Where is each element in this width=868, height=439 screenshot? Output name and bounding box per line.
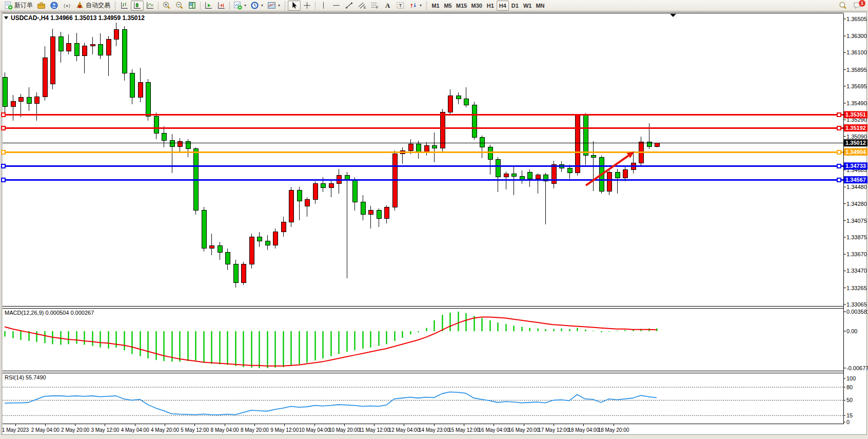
time-axis-label: 8 May 20:00 [241, 427, 269, 433]
candle [472, 105, 477, 137]
candle [536, 175, 540, 179]
timeframe-m1-button[interactable]: M1 [429, 1, 442, 11]
text-button[interactable]: A [381, 1, 394, 11]
chart-title: USDCAD-,H4 1.34966 1.35013 1.34959 1.350… [4, 14, 145, 22]
time-axis-label: 5 May 12:00 [181, 427, 209, 433]
chart-canvas[interactable]: 1.365051.363001.361001.358951.356951.354… [0, 0, 868, 439]
svg-text:1.33670: 1.33670 [846, 251, 867, 257]
svg-text:1.34480: 1.34480 [846, 184, 867, 190]
candle [11, 102, 15, 107]
timeframe-m15-button[interactable]: M15 [454, 1, 469, 11]
newchart-icon [233, 1, 242, 10]
equidistant-channel-button[interactable]: E [356, 1, 368, 11]
navigator-button[interactable] [48, 1, 61, 11]
time-axis-label: 4 May 20:00 [151, 427, 179, 433]
candle [615, 172, 620, 178]
text-label-button[interactable]: T [394, 1, 407, 11]
arrows-button[interactable]: ▾ [407, 1, 424, 11]
zoomout-icon [175, 1, 184, 10]
time-axis-label: 10 May 20:00 [329, 427, 360, 433]
candle [305, 199, 309, 206]
timeframe-mn-button[interactable]: MN [534, 1, 546, 11]
timeframe-m5-button[interactable]: M5 [442, 1, 454, 11]
signals-button[interactable] [61, 1, 73, 11]
market-watch-button[interactable] [35, 1, 48, 11]
candle [504, 174, 508, 177]
toolbar-separator [200, 2, 201, 10]
candle [488, 147, 492, 160]
hline-icon [332, 1, 341, 10]
time-axis-label: 2 May 04:00 [31, 427, 60, 433]
fibo-icon: F [370, 1, 379, 10]
vline-icon [319, 1, 328, 10]
candle [3, 78, 7, 107]
svg-text:1.34280: 1.34280 [846, 201, 867, 207]
new-chart-button[interactable]: ▾ [231, 1, 248, 11]
zoom-in-button[interactable] [160, 1, 173, 11]
zoomin-icon [162, 1, 171, 10]
time-axis-label: 2 May 20:00 [61, 427, 89, 433]
fibonacci-button[interactable]: F [368, 1, 381, 11]
crosshair-button[interactable] [301, 1, 313, 11]
svg-text:1.35012: 1.35012 [845, 140, 866, 146]
candle [432, 145, 437, 148]
chart-shift-button[interactable] [215, 1, 228, 11]
trendline-button[interactable] [343, 1, 356, 11]
vertical-line-button[interactable] [317, 1, 330, 11]
new-order-button-label: 新订单 [14, 1, 33, 10]
candle [448, 96, 452, 112]
periods-button[interactable]: ▾ [248, 1, 265, 11]
horizontal-line-button[interactable] [330, 1, 343, 11]
svg-text:1.36505: 1.36505 [846, 16, 867, 22]
candle [361, 202, 365, 214]
svg-text:1.34567: 1.34567 [845, 177, 866, 183]
line-chart-button[interactable] [144, 1, 156, 11]
candlestick-chart-button[interactable] [131, 1, 144, 11]
time-axis-label: 8 May 04:00 [211, 427, 239, 433]
timeframe-d1-button[interactable]: D1 [509, 1, 521, 11]
tile-windows-button[interactable] [186, 1, 199, 11]
chevron-down-icon: ▾ [261, 3, 263, 8]
symbol-dropdown-icon[interactable] [4, 16, 8, 20]
candle [154, 117, 159, 133]
candle [122, 29, 127, 73]
candle [496, 160, 500, 177]
candle [170, 141, 174, 146]
candle [527, 172, 532, 179]
svg-text:1.35895: 1.35895 [846, 67, 867, 73]
timeframe-w1-button[interactable]: W1 [521, 1, 534, 11]
candle [281, 222, 286, 232]
timeframe-h1-button[interactable]: H1 [484, 1, 497, 11]
candle [90, 44, 95, 46]
candle [607, 172, 611, 191]
autotrading-icon [75, 1, 84, 10]
notifications-button[interactable]: 1 [851, 1, 864, 11]
labelT-icon: T [396, 1, 405, 10]
time-axis-label: 15 May 12:00 [448, 427, 480, 433]
templates-button[interactable]: ▾ [265, 1, 282, 11]
svg-text:1.36300: 1.36300 [846, 33, 867, 39]
neworder-icon [4, 1, 13, 10]
autotrading-button[interactable]: 自动交易 [73, 1, 112, 11]
candle [58, 37, 63, 51]
time-axis-label: 14 May 23:00 [419, 427, 450, 433]
time-axis-label: 16 May 20:00 [508, 427, 540, 433]
candle [464, 99, 468, 105]
zoom-out-button[interactable] [173, 1, 186, 11]
candle [591, 156, 596, 157]
timeframe-m30-button[interactable]: M30 [469, 1, 484, 11]
timeframe-h4-button[interactable]: H4 [497, 1, 509, 11]
toolbar-grip [284, 2, 286, 10]
navigator-icon [50, 1, 58, 10]
new-order-button[interactable]: 新订单 [2, 1, 35, 11]
candle [202, 211, 206, 249]
candle [567, 168, 572, 173]
cursor-button[interactable] [288, 1, 301, 11]
bar-chart-button[interactable] [118, 1, 131, 11]
search-button[interactable] [836, 1, 849, 11]
candle [74, 44, 79, 56]
clock-icon [250, 1, 259, 10]
candle [130, 73, 134, 98]
svg-text:1.34733: 1.34733 [845, 163, 866, 169]
auto-scroll-button[interactable] [202, 1, 215, 11]
